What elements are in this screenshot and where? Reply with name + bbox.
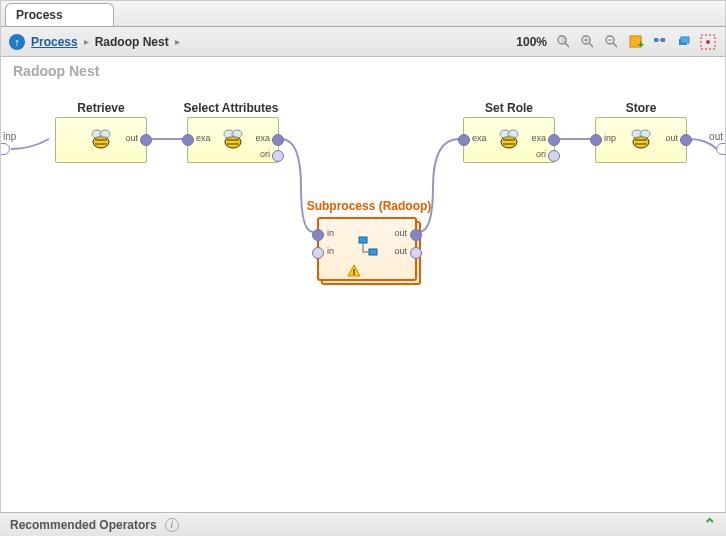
canvas-output-port[interactable] — [716, 143, 726, 155]
layers-icon[interactable] — [675, 33, 693, 51]
port-label: exa — [196, 133, 211, 143]
node-store[interactable]: inp out — [595, 117, 687, 163]
input-port[interactable] — [458, 134, 470, 146]
output-port[interactable] — [272, 134, 284, 146]
svg-rect-31 — [369, 249, 377, 255]
arrange-icon[interactable] — [651, 33, 669, 51]
svg-point-20 — [100, 130, 110, 138]
port-label: inp — [604, 133, 616, 143]
zoom-label: 100% — [516, 35, 547, 49]
svg-text:+: + — [638, 39, 644, 50]
svg-point-29 — [640, 130, 650, 138]
svg-text:⊙: ⊙ — [561, 37, 566, 43]
zoom-find-icon[interactable]: ⊙ — [555, 33, 573, 51]
output-port[interactable] — [140, 134, 152, 146]
svg-rect-30 — [359, 237, 367, 243]
canvas-input-port[interactable] — [0, 143, 10, 155]
breadcrumb: ↑ Process ▸ Radoop Nest ▸ — [9, 34, 180, 50]
port-label: exa — [255, 133, 270, 143]
svg-text:!: ! — [353, 267, 356, 277]
footer-bar: Recommended Operators i ⌃ — [0, 512, 726, 536]
svg-line-4 — [589, 43, 593, 47]
port-label: in — [327, 228, 334, 238]
svg-line-1 — [565, 43, 569, 47]
tab-label: Process — [16, 8, 63, 22]
info-icon[interactable]: i — [165, 518, 179, 532]
tab-bar: Process — [1, 1, 725, 27]
breadcrumb-separator: ▸ — [175, 36, 180, 47]
canvas-input-port-label: inp — [3, 131, 16, 142]
port-label: out — [665, 133, 678, 143]
node-set-role[interactable]: exa exa ori — [463, 117, 555, 163]
add-note-icon[interactable]: + — [627, 33, 645, 51]
svg-line-8 — [613, 43, 617, 47]
bee-icon — [219, 126, 247, 154]
process-canvas[interactable]: Radoop Nest inp out Retrieve out Select … — [1, 57, 725, 511]
breadcrumb-root[interactable]: Process — [31, 35, 78, 49]
svg-rect-13 — [661, 38, 665, 42]
footer-label: Recommended Operators — [10, 518, 157, 532]
svg-point-26 — [508, 130, 518, 138]
zoom-in-icon[interactable] — [579, 33, 597, 51]
input-port[interactable] — [182, 134, 194, 146]
output-port[interactable] — [548, 150, 560, 162]
node-label-setrole: Set Role — [463, 101, 555, 115]
node-label-select: Select Attributes — [171, 101, 291, 115]
output-port[interactable] — [410, 247, 422, 259]
node-subprocess[interactable]: in in out out ! — [317, 217, 417, 281]
canvas-title: Radoop Nest — [13, 63, 99, 79]
bee-icon — [495, 126, 523, 154]
output-port[interactable] — [680, 134, 692, 146]
breadcrumb-separator: ▸ — [84, 36, 89, 47]
tab-process[interactable]: Process — [5, 3, 114, 26]
svg-rect-12 — [654, 38, 658, 42]
port-label: out — [394, 228, 407, 238]
output-port[interactable] — [410, 229, 422, 241]
svg-point-23 — [232, 130, 242, 138]
output-port[interactable] — [548, 134, 560, 146]
node-label-store: Store — [595, 101, 687, 115]
port-label: out — [125, 133, 138, 143]
port-label: ori — [536, 149, 546, 159]
expand-icon[interactable]: ⌃ — [703, 515, 716, 534]
zoom-out-icon[interactable] — [603, 33, 621, 51]
output-port[interactable] — [272, 150, 284, 162]
port-label: out — [394, 246, 407, 256]
port-label: ori — [260, 149, 270, 159]
port-label: exa — [531, 133, 546, 143]
node-retrieve[interactable]: out — [55, 117, 147, 163]
subprocess-icon — [357, 235, 381, 259]
canvas-output-port-label: out — [709, 131, 723, 142]
up-icon[interactable]: ↑ — [9, 34, 25, 50]
bee-icon — [87, 126, 115, 154]
node-select-attributes[interactable]: exa exa ori — [187, 117, 279, 163]
node-label-subprocess: Subprocess (Radoop) — [299, 199, 439, 213]
node-label-retrieve: Retrieve — [55, 101, 147, 115]
input-port[interactable] — [312, 247, 324, 259]
port-label: exa — [472, 133, 487, 143]
warning-icon: ! — [347, 264, 361, 278]
bee-icon — [627, 126, 655, 154]
port-label: in — [327, 246, 334, 256]
input-port[interactable] — [590, 134, 602, 146]
breadcrumb-bar: ↑ Process ▸ Radoop Nest ▸ 100% ⊙ + — [1, 27, 725, 57]
toolbar: 100% ⊙ + — [516, 33, 717, 51]
input-port[interactable] — [312, 229, 324, 241]
svg-rect-15 — [681, 37, 689, 43]
breadcrumb-current: Radoop Nest — [95, 35, 169, 49]
fit-icon[interactable] — [699, 33, 717, 51]
svg-point-17 — [706, 40, 710, 44]
